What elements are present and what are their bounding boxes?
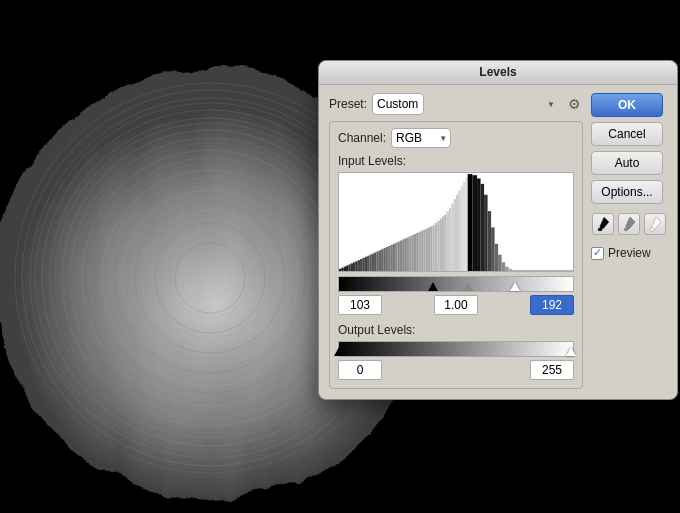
preset-select-wrapper: Custom bbox=[372, 93, 560, 115]
svg-rect-66 bbox=[426, 229, 428, 271]
eyedropper-black-button[interactable] bbox=[592, 213, 614, 235]
ok-button[interactable]: OK bbox=[591, 93, 663, 117]
svg-rect-86 bbox=[477, 178, 481, 271]
svg-rect-58 bbox=[407, 237, 409, 271]
svg-rect-85 bbox=[472, 175, 477, 271]
svg-rect-52 bbox=[393, 244, 395, 271]
output-levels-label: Output Levels: bbox=[338, 323, 574, 337]
svg-rect-95 bbox=[509, 269, 513, 271]
channel-row: Channel: RGB bbox=[338, 128, 574, 148]
cancel-button[interactable]: Cancel bbox=[591, 122, 663, 146]
eyedropper-white-button[interactable] bbox=[644, 213, 666, 235]
input-slider-track[interactable] bbox=[338, 276, 574, 292]
output-white-handle[interactable] bbox=[566, 347, 576, 356]
svg-rect-84 bbox=[468, 174, 473, 271]
svg-rect-32 bbox=[346, 266, 348, 271]
svg-rect-79 bbox=[456, 195, 458, 271]
svg-rect-33 bbox=[348, 264, 350, 271]
svg-rect-82 bbox=[463, 182, 465, 271]
preset-row: Preset: Custom ⚙ bbox=[329, 93, 583, 115]
svg-rect-67 bbox=[428, 227, 430, 271]
channel-label: Channel: bbox=[338, 131, 386, 145]
svg-rect-46 bbox=[379, 250, 381, 271]
svg-rect-76 bbox=[449, 208, 451, 271]
svg-rect-35 bbox=[353, 262, 355, 271]
preset-options-icon[interactable]: ⚙ bbox=[565, 95, 583, 113]
svg-rect-45 bbox=[376, 251, 378, 271]
svg-rect-39 bbox=[362, 258, 364, 271]
input-white-handle[interactable] bbox=[510, 282, 520, 291]
input-values-row bbox=[338, 295, 574, 315]
svg-rect-51 bbox=[390, 245, 392, 271]
input-black-value[interactable] bbox=[338, 295, 382, 315]
svg-rect-74 bbox=[444, 214, 446, 271]
svg-rect-91 bbox=[495, 244, 499, 271]
svg-rect-71 bbox=[437, 221, 439, 271]
svg-rect-59 bbox=[409, 236, 411, 271]
svg-rect-81 bbox=[461, 186, 463, 271]
histogram bbox=[338, 172, 574, 272]
svg-rect-53 bbox=[395, 243, 397, 271]
svg-rect-38 bbox=[360, 259, 362, 271]
levels-section: Channel: RGB Input Levels: bbox=[329, 121, 583, 389]
svg-rect-80 bbox=[458, 190, 460, 271]
preview-label: Preview bbox=[608, 246, 651, 260]
output-slider-track[interactable] bbox=[338, 341, 574, 357]
svg-rect-78 bbox=[454, 199, 456, 271]
svg-rect-44 bbox=[374, 252, 376, 271]
svg-rect-69 bbox=[433, 225, 435, 271]
svg-rect-61 bbox=[414, 234, 416, 271]
svg-rect-47 bbox=[381, 249, 383, 271]
svg-rect-70 bbox=[435, 223, 437, 271]
svg-rect-92 bbox=[498, 255, 502, 271]
svg-rect-40 bbox=[365, 257, 367, 271]
output-black-handle[interactable] bbox=[334, 347, 344, 356]
svg-rect-97 bbox=[598, 228, 602, 231]
svg-rect-68 bbox=[430, 226, 432, 271]
auto-button[interactable]: Auto bbox=[591, 151, 663, 175]
svg-rect-88 bbox=[484, 195, 488, 271]
dialog-titlebar: Levels bbox=[319, 61, 677, 85]
options-button[interactable]: Options... bbox=[591, 180, 663, 204]
output-white-value[interactable] bbox=[530, 360, 574, 380]
preview-checkbox[interactable] bbox=[591, 247, 604, 260]
svg-rect-41 bbox=[367, 256, 369, 271]
svg-rect-43 bbox=[372, 254, 374, 271]
svg-rect-57 bbox=[405, 238, 407, 271]
svg-rect-93 bbox=[502, 262, 506, 271]
svg-rect-89 bbox=[488, 211, 492, 271]
svg-rect-49 bbox=[386, 247, 388, 271]
svg-rect-31 bbox=[344, 267, 346, 271]
eyedropper-gray-button[interactable] bbox=[618, 213, 640, 235]
svg-rect-50 bbox=[388, 246, 390, 271]
preset-label: Preset: bbox=[329, 97, 367, 111]
svg-rect-73 bbox=[442, 217, 444, 271]
channel-select-wrapper: RGB bbox=[391, 128, 451, 148]
preview-row: Preview bbox=[591, 246, 667, 260]
preset-select[interactable]: Custom bbox=[372, 93, 424, 115]
input-mid-value[interactable] bbox=[434, 295, 478, 315]
svg-rect-75 bbox=[447, 211, 449, 271]
svg-rect-55 bbox=[400, 241, 402, 271]
svg-rect-87 bbox=[481, 184, 485, 271]
input-mid-handle[interactable] bbox=[463, 282, 473, 291]
svg-rect-72 bbox=[440, 219, 442, 271]
output-black-value[interactable] bbox=[338, 360, 382, 380]
svg-rect-62 bbox=[416, 233, 418, 271]
svg-rect-56 bbox=[402, 239, 404, 271]
svg-rect-65 bbox=[423, 230, 425, 271]
svg-rect-98 bbox=[624, 228, 628, 231]
svg-rect-63 bbox=[419, 232, 421, 271]
input-black-handle[interactable] bbox=[428, 282, 438, 291]
output-levels-section: Output Levels: bbox=[338, 323, 574, 380]
svg-rect-54 bbox=[398, 242, 400, 271]
dialog-left-panel: Preset: Custom ⚙ Channel: RGB bbox=[329, 93, 583, 389]
channel-select[interactable]: RGB bbox=[391, 128, 451, 148]
svg-rect-77 bbox=[451, 203, 453, 271]
eyedroppers-row bbox=[591, 213, 667, 235]
svg-rect-30 bbox=[341, 268, 343, 271]
input-levels-label: Input Levels: bbox=[338, 154, 574, 168]
dialog-right-panel: OK Cancel Auto Options... bbox=[591, 93, 667, 389]
input-white-value[interactable] bbox=[530, 295, 574, 315]
svg-rect-29 bbox=[339, 269, 341, 271]
